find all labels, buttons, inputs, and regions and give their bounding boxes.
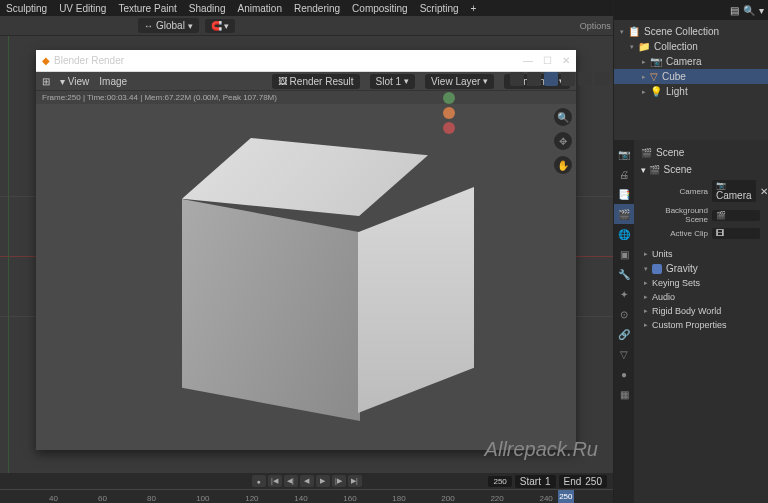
filter-render-icon[interactable]	[443, 122, 455, 134]
playback-controls: ● |◀ ◀| ◀ ▶ |▶ ▶| 250 Start 1 End 250	[0, 473, 613, 489]
properties-context: 🎬 Scene	[638, 144, 764, 161]
orientation-dropdown[interactable]: ↔ Global ▾	[138, 18, 199, 33]
timeline: ● |◀ ◀| ◀ ▶ |▶ ▶| 250 Start 1 End 250 40…	[0, 473, 613, 503]
properties-editor: 📷 🖨 📑 🎬 🌐 ▣ 🔧 ✦ ⊙ 🔗 ▽ ● ▦ 🎬 Scene ▾ 🎬 Sc…	[614, 140, 768, 503]
options-label[interactable]: Options	[580, 21, 611, 31]
search-icon[interactable]: 🔍	[743, 5, 755, 16]
tab-texture-icon[interactable]: ▦	[614, 384, 634, 404]
tab-mesh-icon[interactable]: ▽	[614, 344, 634, 364]
tab-physics-icon[interactable]: ⊙	[614, 304, 634, 324]
tab-sculpting[interactable]: Sculpting	[6, 3, 47, 14]
filter-icon[interactable]: ▤	[730, 5, 739, 16]
outliner-scene-collection[interactable]: ▾📋 Scene Collection	[614, 24, 768, 39]
play-reverse-icon[interactable]: ◀	[300, 475, 314, 487]
tab-shading[interactable]: Shading	[189, 3, 226, 14]
layer-selector[interactable]: View Layer ▾	[425, 74, 494, 89]
render-titlebar[interactable]: ◆Blender Render — ☐ ✕	[36, 50, 576, 72]
current-frame-field[interactable]: 250	[488, 476, 511, 487]
watermark: Allrepack.Ru	[485, 438, 598, 461]
zoom-icon[interactable]: 🔍	[554, 108, 572, 126]
camera-field[interactable]: 📷 Camera	[712, 180, 756, 202]
viewport-header-icons	[510, 72, 609, 86]
tab-uv[interactable]: UV Editing	[59, 3, 106, 14]
tab-animation[interactable]: Animation	[237, 3, 281, 14]
filter-selectable-icon[interactable]	[443, 92, 455, 104]
shading-material-icon[interactable]	[578, 72, 592, 86]
panel-gravity[interactable]: Gravity	[638, 261, 764, 276]
tab-particle-icon[interactable]: ✦	[614, 284, 634, 304]
outliner-restriction-toggles	[443, 92, 455, 134]
properties-body: 🎬 Scene ▾ 🎬 Scene Camera 📷 Camera ✕ Back…	[634, 140, 768, 503]
outliner[interactable]: ▾📋 Scene Collection ▾📁 Collection ▸📷 Cam…	[614, 20, 768, 140]
panel-custom-props[interactable]: Custom Properties	[638, 318, 764, 332]
playhead[interactable]: 250	[558, 490, 574, 503]
jump-end-icon[interactable]: ▶|	[348, 475, 362, 487]
render-menu: ⊞ ▾ View Image 🖼 Render Result Slot 1 ▾ …	[36, 72, 576, 90]
outliner-header: ▤ 🔍 ▾	[614, 0, 768, 20]
render-title: Blender Render	[54, 55, 124, 66]
editor-type-icon[interactable]: ⊞	[42, 76, 50, 87]
tab-output-icon[interactable]: 🖨	[614, 164, 634, 184]
tab-constraint-icon[interactable]: 🔗	[614, 324, 634, 344]
blender-icon: ◆	[42, 55, 50, 66]
outliner-collection[interactable]: ▾📁 Collection	[614, 39, 768, 54]
tab-object-icon[interactable]: ▣	[614, 244, 634, 264]
camera-row: Camera 📷 Camera ✕	[638, 178, 764, 204]
rendered-cube	[136, 133, 476, 433]
panel-rigid-body[interactable]: Rigid Body World	[638, 304, 764, 318]
properties-tabs: 📷 🖨 📑 🎬 🌐 ▣ 🔧 ✦ ⊙ 🔗 ▽ ● ▦	[614, 140, 634, 503]
gravity-checkbox[interactable]	[652, 264, 662, 274]
tab-world-icon[interactable]: 🌐	[614, 224, 634, 244]
bg-scene-field[interactable]: 🎬	[712, 210, 760, 221]
overlay-toggle-icon[interactable]	[527, 72, 541, 86]
viewport-area: ◆Blender Render — ☐ ✕ ⊞ ▾ View Image 🖼 R…	[0, 36, 613, 473]
tab-viewlayer-icon[interactable]: 📑	[614, 184, 634, 204]
tab-compositing[interactable]: Compositing	[352, 3, 408, 14]
tab-render-icon[interactable]: 📷	[614, 144, 634, 164]
play-icon[interactable]: ▶	[316, 475, 330, 487]
scene-datablock[interactable]: ▾ 🎬 Scene	[638, 161, 764, 178]
outliner-cube[interactable]: ▸▽ Cube	[614, 69, 768, 84]
right-panel: ▤ 🔍 ▾ ▾📋 Scene Collection ▾📁 Collection …	[613, 0, 768, 503]
menu-view[interactable]: ▾ View	[60, 76, 89, 87]
minimize-button[interactable]: —	[523, 55, 533, 66]
hand-icon[interactable]: ✋	[554, 156, 572, 174]
pan-icon[interactable]: ✥	[554, 132, 572, 150]
autokey-icon[interactable]: ●	[252, 475, 266, 487]
active-clip-field[interactable]: 🎞	[712, 228, 760, 239]
keyframe-next-icon[interactable]: |▶	[332, 475, 346, 487]
active-clip-row: Active Clip 🎞	[638, 226, 764, 241]
gizmo-toggle-icon[interactable]	[510, 72, 524, 86]
outliner-camera[interactable]: ▸📷 Camera	[614, 54, 768, 69]
tab-texture-paint[interactable]: Texture Paint	[118, 3, 176, 14]
render-result-selector[interactable]: 🖼 Render Result	[272, 74, 360, 89]
shading-rendered-icon[interactable]	[595, 72, 609, 86]
tab-add[interactable]: +	[471, 3, 477, 14]
tab-scripting[interactable]: Scripting	[420, 3, 459, 14]
tab-modifier-icon[interactable]: 🔧	[614, 264, 634, 284]
tab-rendering[interactable]: Rendering	[294, 3, 340, 14]
tab-material-icon[interactable]: ●	[614, 364, 634, 384]
close-button[interactable]: ✕	[562, 55, 570, 66]
shading-wireframe-icon[interactable]	[544, 72, 558, 86]
panel-keying-sets[interactable]: Keying Sets	[638, 276, 764, 290]
maximize-button[interactable]: ☐	[543, 55, 552, 66]
start-frame-field[interactable]: Start 1	[515, 475, 556, 488]
panel-audio[interactable]: Audio	[638, 290, 764, 304]
filter-visible-icon[interactable]	[443, 107, 455, 119]
shading-solid-icon[interactable]	[561, 72, 575, 86]
end-frame-field[interactable]: End 250	[559, 475, 607, 488]
slot-selector[interactable]: Slot 1 ▾	[370, 74, 416, 89]
render-info: Frame:250 | Time:00:03.44 | Mem:67.22M (…	[36, 90, 576, 104]
render-canvas[interactable]	[36, 104, 576, 450]
tab-scene-icon[interactable]: 🎬	[614, 204, 634, 224]
menu-image[interactable]: Image	[99, 76, 127, 87]
jump-start-icon[interactable]: |◀	[268, 475, 282, 487]
snap-toggle[interactable]: 🧲 ▾	[205, 19, 236, 33]
outliner-light[interactable]: ▸💡 Light	[614, 84, 768, 99]
keyframe-prev-icon[interactable]: ◀|	[284, 475, 298, 487]
clear-icon[interactable]: ✕	[760, 186, 768, 197]
timeline-ruler[interactable]: 40 60 80 100 120 140 160 180 200 220 240…	[0, 489, 613, 503]
panel-units[interactable]: Units	[638, 247, 764, 261]
filter-dropdown-icon[interactable]: ▾	[759, 5, 764, 16]
